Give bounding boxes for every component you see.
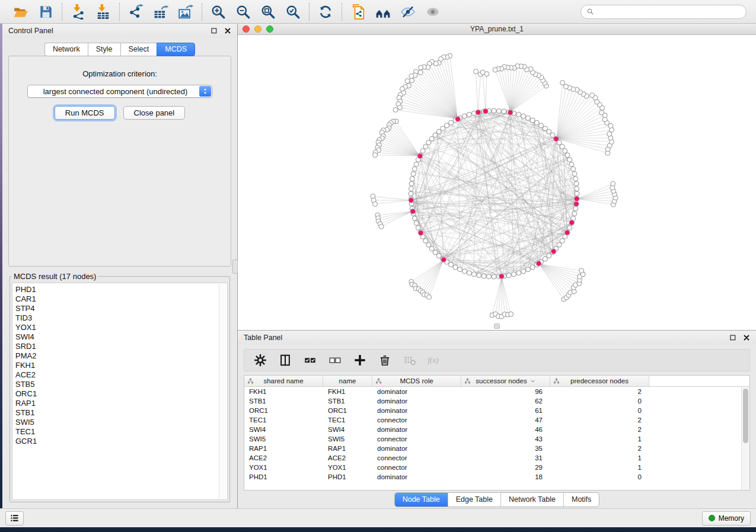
graph-satellite-node[interactable] [398, 105, 403, 110]
graph-node[interactable] [560, 239, 564, 243]
horizontal-splitter-grip[interactable] [494, 323, 500, 329]
graph-node[interactable] [516, 112, 521, 117]
graph-satellite-node[interactable] [410, 78, 414, 83]
graph-node[interactable] [563, 149, 567, 153]
column-header-name[interactable]: name [323, 376, 372, 386]
cell-name[interactable]: TEC1 [323, 415, 372, 425]
graph-node[interactable] [467, 271, 471, 275]
graph-satellite-node[interactable] [564, 84, 569, 89]
tab-style[interactable]: Style [88, 43, 120, 56]
graph-node[interactable] [521, 114, 526, 118]
save-button[interactable] [37, 3, 55, 21]
table-row[interactable]: STB1STB1dominator620 [244, 396, 741, 406]
search-input[interactable] [597, 7, 741, 17]
tab-mcds[interactable]: MCDS [157, 43, 195, 56]
cell-predecessor_nodes[interactable]: 2 [550, 425, 649, 434]
cell-mcds_role[interactable]: dominator [372, 396, 461, 406]
graph-node[interactable] [481, 274, 486, 278]
tab-node-table[interactable]: Node Table [395, 493, 448, 507]
graph-mcds-hub-node[interactable] [483, 108, 489, 114]
optimization-criterion-select[interactable]: largest connected component (undirected) [27, 85, 212, 98]
graph-node[interactable] [423, 239, 428, 243]
cell-successor_nodes[interactable]: 62 [461, 396, 550, 406]
graph-node[interactable] [569, 162, 574, 166]
cell-shared_name[interactable]: YOX1 [244, 463, 323, 472]
graph-mcds-hub-node[interactable] [574, 196, 579, 201]
graph-mcds-hub-node[interactable] [564, 230, 570, 235]
mcds-result-item[interactable]: TID3 [15, 313, 224, 323]
cell-successor_nodes[interactable]: 35 [461, 444, 550, 453]
graph-satellite-node[interactable] [590, 93, 595, 98]
close-window-button[interactable] [243, 25, 250, 33]
graph-node[interactable] [543, 257, 547, 261]
minimize-window-button[interactable] [254, 25, 261, 33]
graph-mcds-hub-node[interactable] [551, 249, 556, 254]
graph-mcds-hub-node[interactable] [499, 274, 505, 279]
mcds-result-item[interactable]: STB5 [15, 380, 224, 389]
cell-shared_name[interactable]: ORC1 [244, 406, 323, 415]
graph-node[interactable] [416, 226, 420, 230]
graph-node[interactable] [567, 158, 572, 162]
graph-mcds-hub-node[interactable] [455, 117, 461, 122]
memory-button[interactable]: Memory [702, 511, 751, 525]
cell-name[interactable]: FKH1 [323, 387, 372, 396]
graph-mcds-hub-node[interactable] [409, 198, 414, 203]
export-network-button[interactable] [127, 3, 145, 21]
graph-node[interactable] [467, 112, 471, 117]
cell-successor_nodes[interactable]: 29 [461, 463, 550, 472]
mcds-result-item[interactable]: TEC1 [15, 427, 224, 437]
cell-mcds_role[interactable]: dominator [372, 406, 461, 415]
graph-node[interactable] [487, 274, 492, 279]
graph-mcds-hub-node[interactable] [476, 110, 481, 115]
cell-name[interactable]: YOX1 [323, 463, 372, 472]
graph-node[interactable] [414, 162, 419, 166]
graph-node[interactable] [423, 145, 428, 149]
graph-node[interactable] [547, 254, 551, 258]
cell-shared_name[interactable]: SWI4 [244, 425, 323, 434]
unselect-all-button[interactable] [327, 352, 343, 368]
table-row[interactable]: RAP1RAP1dominator352 [244, 444, 741, 453]
table-row[interactable]: YOX1YOX1connector291 [244, 463, 741, 472]
cell-mcds_role[interactable]: dominator [372, 425, 461, 434]
column-header-successor-nodes[interactable]: successor nodes [461, 376, 550, 386]
graph-node[interactable] [530, 265, 535, 270]
cell-shared_name[interactable]: ACE2 [244, 453, 323, 463]
mcds-result-item[interactable]: ORC1 [15, 389, 224, 399]
graph-node[interactable] [512, 272, 516, 277]
table-row[interactable]: ACE2ACE2connector311 [244, 453, 741, 463]
graph-node[interactable] [462, 269, 467, 274]
column-header-predecessor-nodes[interactable]: predecessor nodes [550, 376, 649, 386]
mcds-result-item[interactable]: YOX1 [15, 323, 224, 332]
hide-eye-button[interactable] [399, 3, 417, 21]
mcds-result-item[interactable]: PMA2 [15, 351, 224, 361]
graph-node[interactable] [429, 136, 434, 141]
graph-node[interactable] [436, 254, 441, 258]
cell-successor_nodes[interactable]: 61 [461, 406, 550, 415]
table-row[interactable]: SWI4SWI4dominator462 [244, 425, 741, 434]
eye-button[interactable] [424, 3, 442, 21]
cell-name[interactable]: SWI5 [323, 434, 372, 444]
graph-mcds-hub-node[interactable] [418, 230, 423, 236]
graph-node[interactable] [429, 246, 434, 251]
graph-node[interactable] [575, 187, 579, 191]
tab-motifs[interactable]: Motifs [564, 493, 599, 507]
graph-node[interactable] [575, 191, 579, 196]
graph-node[interactable] [449, 262, 454, 267]
graph-satellite-node[interactable] [379, 224, 384, 229]
graph-node[interactable] [565, 153, 570, 158]
graph-mcds-hub-node[interactable] [441, 257, 446, 262]
graph-node[interactable] [433, 133, 438, 137]
run-mcds-button[interactable]: Run MCDS [55, 106, 115, 120]
table-scrollbar[interactable] [741, 387, 749, 490]
tab-select[interactable]: Select [120, 43, 157, 56]
graph-satellite-node[interactable] [419, 65, 423, 70]
graph-node[interactable] [506, 273, 511, 278]
add-button[interactable] [352, 352, 368, 368]
zoom-selected-button[interactable] [284, 3, 302, 21]
graph-node[interactable] [572, 211, 577, 216]
graph-node[interactable] [539, 123, 544, 128]
column-header-MCDS-role[interactable]: MCDS role [372, 376, 461, 386]
graph-mcds-hub-node[interactable] [417, 153, 423, 159]
graph-node[interactable] [433, 250, 438, 255]
cell-mcds_role[interactable]: dominator [372, 387, 461, 396]
